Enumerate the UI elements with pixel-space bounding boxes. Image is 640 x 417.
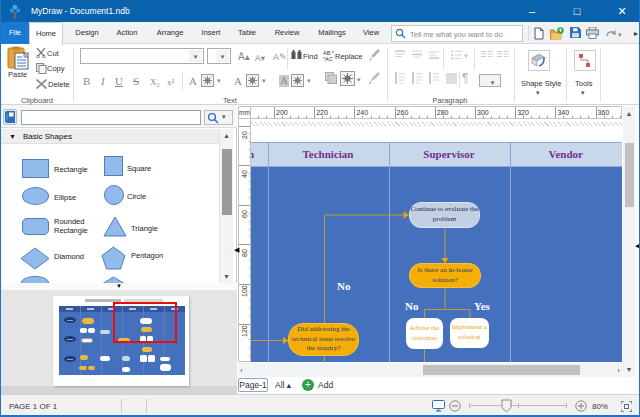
svg-text:AC: AC: [325, 56, 333, 62]
